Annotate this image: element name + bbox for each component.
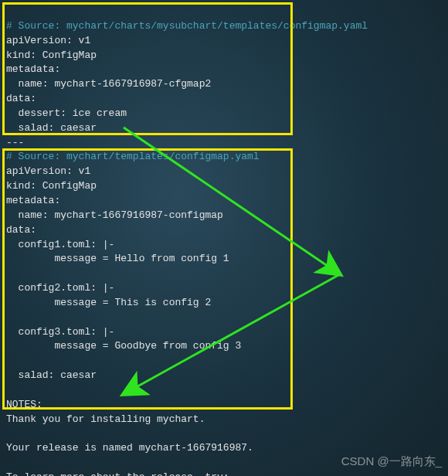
notes-line: To learn more about the release, try:	[6, 471, 229, 476]
yaml-line: data:	[6, 93, 36, 104]
yaml-line: kind: ConfigMap	[6, 49, 97, 61]
yaml-separator: ---	[6, 137, 24, 148]
yaml-line: apiVersion: v1	[6, 165, 90, 177]
yaml-line: config2.toml: |-	[6, 282, 114, 294]
yaml-line: kind: ConfigMap	[6, 180, 97, 192]
yaml-line: metadata:	[6, 63, 60, 75]
yaml-line: salad: caesar	[6, 122, 97, 134]
notes-line: Thank you for installing mychart.	[6, 413, 205, 425]
notes-line: NOTES:	[6, 399, 42, 410]
yaml-line: message = Hello from config 1	[6, 253, 229, 264]
notes-line: Your release is named mychart-1667916987…	[6, 442, 253, 454]
yaml-line: name: mychart-1667916987-configmap	[6, 209, 223, 221]
yaml-line: config1.toml: |-	[6, 239, 114, 250]
yaml-line: salad: caesar	[6, 369, 97, 381]
yaml-line: dessert: ice cream	[6, 107, 127, 119]
yaml-line: metadata:	[6, 195, 60, 206]
yaml-line: apiVersion: v1	[6, 35, 90, 46]
yaml-line: message = This is config 2	[6, 297, 211, 308]
yaml-line: message = Goodbye from config 3	[6, 340, 241, 352]
yaml-line: name: mychart-1667916987-cfgmap2	[6, 78, 211, 90]
source-comment-2: # Source: mychart/templates/configmap.ya…	[6, 151, 260, 162]
watermark: CSDN @一路向东_	[341, 453, 442, 470]
yaml-line: data:	[6, 224, 36, 236]
yaml-line: config3.toml: |-	[6, 326, 114, 338]
terminal-output: # Source: mychart/charts/mysubchart/temp…	[0, 0, 448, 476]
source-comment-1: # Source: mychart/charts/mysubchart/temp…	[6, 20, 368, 32]
